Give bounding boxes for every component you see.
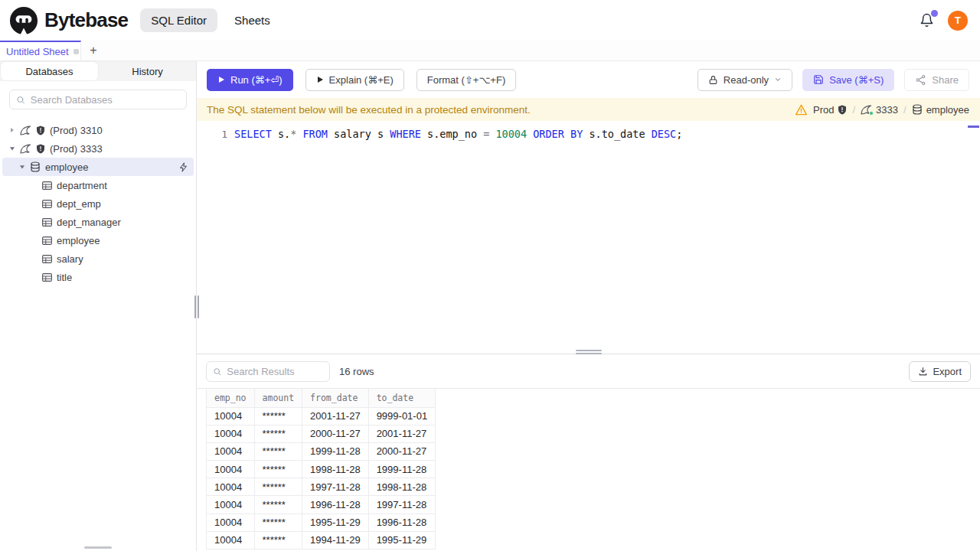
- column-header-to_date[interactable]: to_date: [368, 389, 436, 407]
- sheet-tab-bar: Untitled Sheet +: [0, 41, 980, 61]
- table-cell: 1997-11-28: [368, 496, 436, 514]
- table-cell: 10004: [207, 442, 255, 460]
- save-icon: [813, 74, 824, 85]
- table-row[interactable]: 10004******1999-11-282000-11-27: [207, 442, 436, 460]
- nav-sheets[interactable]: Sheets: [224, 8, 281, 32]
- table-row[interactable]: 10004******1995-11-291996-11-28: [207, 514, 436, 531]
- sql-token: s.to_date: [583, 128, 651, 140]
- avatar[interactable]: T: [948, 11, 968, 31]
- results-search-input[interactable]: [227, 366, 323, 377]
- tree-table-dept-manager[interactable]: dept_manager: [0, 213, 196, 231]
- tree-table-dept-emp[interactable]: dept_emp: [0, 194, 196, 213]
- table-cell: 2001-11-27: [368, 425, 436, 442]
- connection-breadcrumb: Prod / 3333 / employee: [795, 104, 969, 116]
- table-cell: ******: [254, 461, 302, 478]
- sql-token: FROM: [302, 128, 328, 140]
- share-button[interactable]: Share: [904, 69, 969, 91]
- results-panel: 16 rows Export emp_noamountfrom_dateto_d…: [197, 354, 980, 551]
- brand[interactable]: Bytebase: [9, 6, 128, 35]
- tab-history[interactable]: History: [99, 61, 196, 81]
- table-cell: 10004: [207, 461, 255, 478]
- table-icon: [42, 273, 52, 282]
- table-cell: ******: [254, 514, 302, 531]
- tree-label: (Prod) 3333: [50, 143, 103, 155]
- table-row[interactable]: 10004******2000-11-272001-11-27: [207, 425, 436, 442]
- explain-button[interactable]: Explain (⌘+E): [305, 69, 404, 91]
- sidebar-horizontal-scrollbar[interactable]: [84, 546, 112, 549]
- chevron-right-icon: [9, 127, 15, 133]
- sheet-tab-untitled[interactable]: Untitled Sheet: [0, 41, 81, 60]
- bytebase-logo-icon: [9, 6, 38, 35]
- table-cell: ******: [254, 531, 302, 549]
- breadcrumb-database[interactable]: employee: [912, 104, 969, 116]
- table-row[interactable]: 10004******1996-11-281997-11-28: [207, 496, 436, 514]
- table-cell: ******: [254, 425, 302, 442]
- code-line: 1 SELECT s.* FROM salary s WHERE s.emp_n…: [197, 121, 980, 142]
- table-icon: [42, 200, 52, 208]
- tree-table-title[interactable]: title: [0, 268, 196, 286]
- table-cell: ******: [254, 496, 302, 514]
- sheet-tab-label: Untitled Sheet: [6, 46, 69, 57]
- environment-label: Prod: [813, 104, 834, 116]
- notification-badge: [931, 10, 938, 17]
- save-button[interactable]: Save (⌘+S): [802, 69, 894, 91]
- editor-toolbar: Run (⌘+⏎) Explain (⌘+E) Format (⇧+⌥+F) R…: [197, 61, 980, 98]
- new-sheet-button[interactable]: +: [81, 41, 106, 60]
- export-button-label: Export: [933, 366, 962, 377]
- table-cell: 1997-11-28: [302, 478, 369, 496]
- format-button-label: Format (⇧+⌥+F): [427, 74, 505, 86]
- tree-table-employee[interactable]: employee: [0, 231, 196, 249]
- database-label: employee: [926, 104, 969, 116]
- tree-label: (Prod) 3310: [50, 125, 103, 136]
- run-button[interactable]: Run (⌘+⏎): [207, 69, 293, 91]
- notifications-button[interactable]: [920, 13, 934, 28]
- readonly-mode-dropdown[interactable]: Read-only: [697, 69, 792, 91]
- tree-instance-prod-3333[interactable]: (Prod) 3333: [0, 139, 196, 158]
- tree-database-employee[interactable]: employee: [2, 158, 194, 176]
- tab-databases[interactable]: Databases: [1, 62, 98, 80]
- tree-instance-prod-3310[interactable]: (Prod) 3310: [0, 121, 196, 139]
- column-header-emp_no[interactable]: emp_no: [207, 389, 255, 407]
- top-bar-right: T: [920, 11, 968, 31]
- database-tree: (Prod) 3310(Prod) 3333employeedepartment…: [0, 118, 196, 551]
- table-row[interactable]: 10004******1998-11-281999-11-28: [207, 461, 436, 478]
- table-row[interactable]: 10004******2001-11-279999-01-01: [207, 407, 436, 425]
- table-icon: [42, 181, 52, 190]
- line-number: 1: [197, 127, 227, 142]
- sidebar-resize-handle[interactable]: [194, 295, 199, 318]
- tree-table-department[interactable]: department: [0, 176, 196, 194]
- nav-sql-editor[interactable]: SQL Editor: [140, 8, 217, 32]
- export-button[interactable]: Export: [909, 361, 971, 382]
- table-row[interactable]: 10004******1997-11-281998-11-28: [207, 478, 436, 496]
- warning-triangle-icon: [795, 104, 808, 116]
- environment-shield-icon: [36, 144, 45, 154]
- tree-label: dept_emp: [57, 198, 101, 210]
- table-cell: 10004: [207, 425, 255, 442]
- breadcrumb-environment[interactable]: Prod: [813, 104, 847, 116]
- play-icon: [316, 76, 324, 83]
- results-resize-handle[interactable]: [576, 350, 602, 354]
- mysql-instance-icon: [861, 105, 872, 115]
- database-search-input[interactable]: [31, 94, 180, 106]
- results-toolbar: 16 rows Export: [197, 354, 980, 388]
- tree-label: dept_manager: [57, 217, 121, 228]
- sql-token: s.: [272, 128, 290, 140]
- table-row[interactable]: 10004******1994-11-291995-11-29: [207, 531, 436, 549]
- column-header-amount[interactable]: amount: [254, 389, 302, 407]
- results-table: emp_noamountfrom_dateto_date 10004******…: [206, 389, 436, 549]
- tree-label: employee: [45, 161, 88, 173]
- sql-token: DESC: [652, 128, 677, 140]
- tree-table-salary[interactable]: salary: [0, 249, 196, 268]
- table-cell: 1996-11-28: [302, 496, 369, 514]
- lock-icon: [708, 75, 718, 85]
- table-cell: ******: [254, 478, 302, 496]
- format-button[interactable]: Format (⇧+⌥+F): [416, 69, 516, 91]
- column-header-from_date[interactable]: from_date: [302, 389, 369, 407]
- sql-code-line: SELECT s.* FROM salary s WHERE s.emp_no …: [234, 127, 682, 142]
- sql-editor-area[interactable]: 1 SELECT s.* FROM salary s WHERE s.emp_n…: [197, 121, 980, 354]
- breadcrumb-instance[interactable]: 3333: [861, 104, 898, 116]
- environment-shield-icon: [36, 126, 45, 135]
- table-cell: 1999-11-28: [368, 461, 436, 478]
- sql-token: WHERE: [390, 128, 421, 140]
- table-cell: 9999-01-01: [368, 407, 436, 425]
